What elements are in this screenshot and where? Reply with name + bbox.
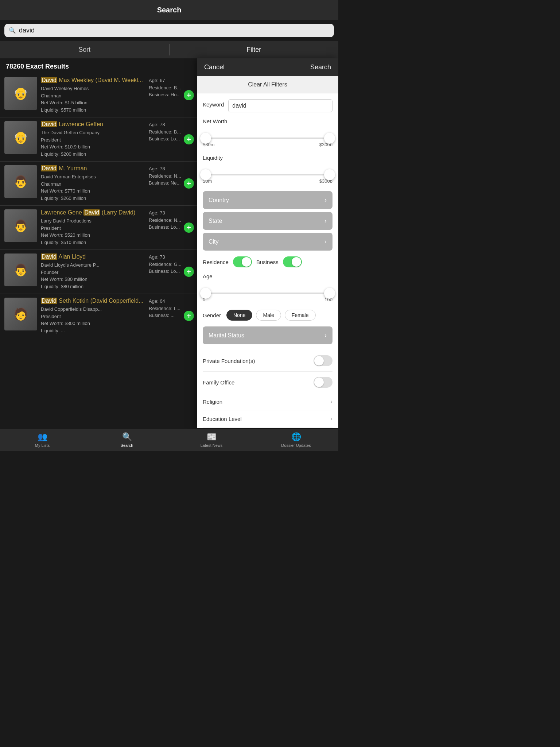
keyword-input[interactable] — [228, 99, 332, 112]
person-liquidity: Liquidity: $80 million — [41, 283, 145, 290]
left-panel: 78260 Exact Results 👴 David Max Weekley … — [0, 58, 197, 428]
list-item[interactable]: 👨 Lawrence Gene David (Larry David) Larr… — [0, 206, 197, 250]
person-residence: Residence: N... — [149, 217, 192, 224]
nav-my-lists-label: My Lists — [35, 443, 50, 448]
person-title: President — [41, 313, 145, 320]
latest-news-icon: 📰 — [207, 432, 217, 442]
list-item[interactable]: 👴 David Max Weekley (David M. Weekl... D… — [0, 73, 197, 117]
family-office-toggle-knob — [314, 378, 324, 387]
city-label: City — [209, 239, 219, 245]
list-item[interactable]: 👴 David Lawrence Geffen The David Geffen… — [0, 117, 197, 162]
filter-education-level-row[interactable]: Education Level › — [203, 410, 332, 427]
person-liquidity: Liquidity: $260 million — [41, 195, 145, 202]
nav-item-latest-news[interactable]: 📰 Latest News — [169, 432, 254, 448]
private-foundation-toggle[interactable] — [314, 355, 332, 366]
networth-min-thumb[interactable] — [200, 133, 211, 144]
filter-religion-row[interactable]: Religion › — [203, 393, 332, 410]
filter-age-label: Age — [203, 273, 332, 279]
person-residence: Residence: B... — [149, 84, 192, 92]
person-age: Age: 73 — [149, 253, 192, 261]
filter-search-button[interactable]: Search — [310, 63, 331, 71]
networth-slider[interactable]: $30m $300b — [203, 127, 332, 149]
gender-male-button[interactable]: Male — [256, 310, 281, 321]
add-button[interactable]: + — [184, 178, 194, 189]
person-company: David Lloyd's Adventure P... — [41, 262, 145, 269]
family-office-toggle[interactable] — [314, 377, 332, 388]
avatar: 👴 — [4, 77, 37, 110]
person-title: Chairman — [41, 92, 145, 100]
filter-location-row: Country › State › City › — [203, 191, 332, 251]
tab-filter[interactable]: Filter — [170, 41, 339, 58]
filter-residence-business-row: Residence Business — [203, 256, 332, 267]
age-max-thumb[interactable] — [324, 288, 335, 299]
nav-item-my-lists[interactable]: 👥 My Lists — [0, 432, 85, 448]
private-foundation-label: Private Foundation(s) — [203, 358, 255, 364]
add-button[interactable]: + — [184, 134, 194, 144]
list-item[interactable]: 👨 David Alan Lloyd David Lloyd's Adventu… — [0, 250, 197, 294]
filter-private-foundation-row[interactable]: Private Foundation(s) — [203, 350, 332, 372]
person-residence: Residence: G... — [149, 261, 192, 268]
nav-search-label: Search — [121, 443, 133, 448]
person-age: Age: 64 — [149, 298, 192, 305]
filter-liquidity-label: Liquidity — [203, 155, 332, 161]
add-button[interactable]: + — [184, 311, 194, 321]
city-arrow-icon: › — [324, 238, 327, 245]
person-liquidity: Liquidity: ... — [41, 327, 145, 334]
filter-networth-label: Net Worth — [203, 118, 332, 124]
nav-item-dossier-updates[interactable]: 🌐 Dossier Updates — [254, 432, 338, 448]
business-toggle[interactable] — [283, 256, 302, 267]
person-company: Larry David Productions — [41, 217, 145, 225]
education-level-arrow-icon: › — [331, 415, 332, 422]
person-name: David Max Weekley (David M. Weekl... — [41, 77, 145, 84]
gender-label: Gender — [203, 312, 223, 318]
filter-cancel-button[interactable]: Cancel — [204, 63, 225, 71]
filter-keyword-row: Keyword — [203, 99, 332, 112]
clear-all-filters-button[interactable]: Clear All Filters — [197, 76, 338, 93]
religion-label: Religion — [203, 399, 222, 405]
add-button[interactable]: + — [184, 267, 194, 277]
nav-item-search[interactable]: 🔍 Search — [85, 432, 169, 448]
my-lists-icon: 👥 — [38, 432, 47, 442]
age-min-thumb[interactable] — [200, 288, 211, 299]
nav-latest-news-label: Latest News — [201, 443, 223, 448]
nav-dossier-updates-label: Dossier Updates — [281, 443, 311, 448]
marital-status-select-button[interactable]: Marital Status › — [203, 326, 332, 344]
age-slider[interactable]: 0 100 — [203, 282, 332, 304]
residence-toggle-knob — [242, 257, 251, 267]
person-residence: Residence: B... — [149, 128, 192, 136]
liquidity-max-thumb[interactable] — [324, 169, 335, 180]
marital-status-arrow-icon: › — [324, 332, 327, 339]
filter-header: Cancel Search — [197, 58, 338, 76]
networth-max-thumb[interactable] — [324, 133, 335, 144]
liquidity-min-thumb[interactable] — [200, 169, 211, 180]
list-item[interactable]: 👨 David M. Yurman David Yurman Enterpris… — [0, 162, 197, 206]
add-button[interactable]: + — [184, 90, 194, 100]
filter-age-row: Age 0 100 — [203, 273, 332, 304]
search-input[interactable] — [19, 27, 330, 34]
filter-family-office-row[interactable]: Family Office — [203, 372, 332, 393]
list-item[interactable]: 🧑 David Seth Kotkin (David Copperfield..… — [0, 294, 197, 338]
avatar: 👴 — [4, 121, 37, 154]
tab-sort[interactable]: Sort — [0, 41, 169, 58]
person-age: Age: 78 — [149, 165, 192, 173]
liquidity-slider[interactable]: $0m $300b — [203, 164, 332, 185]
residence-toggle[interactable] — [233, 256, 252, 267]
gender-none-button[interactable]: None — [226, 310, 252, 321]
bottom-nav: 👥 My Lists 🔍 Search 📰 Latest News 🌐 Doss… — [0, 429, 338, 451]
results-area: 78260 Exact Results 👴 David Max Weekley … — [0, 58, 338, 428]
country-select-button[interactable]: Country › — [203, 191, 332, 209]
person-liquidity: Liquidity: $510 million — [41, 239, 145, 246]
marital-status-label: Marital Status — [209, 332, 244, 339]
add-button[interactable]: + — [184, 222, 194, 233]
person-title: Chairman — [41, 181, 145, 188]
state-select-button[interactable]: State › — [203, 212, 332, 230]
search-icon: 🔍 — [9, 27, 16, 34]
person-networth: Net Worth: $800 million — [41, 320, 145, 327]
person-company: David Weekley Homes — [41, 85, 145, 92]
search-bar[interactable]: 🔍 — [4, 24, 334, 37]
filter-liquidity-row: Liquidity $0m $300b — [203, 155, 332, 185]
city-select-button[interactable]: City › — [203, 233, 332, 251]
gender-female-button[interactable]: Female — [285, 310, 316, 321]
person-liquidity: Liquidity: $200 million — [41, 151, 145, 158]
person-name: David Alan Lloyd — [41, 253, 145, 260]
